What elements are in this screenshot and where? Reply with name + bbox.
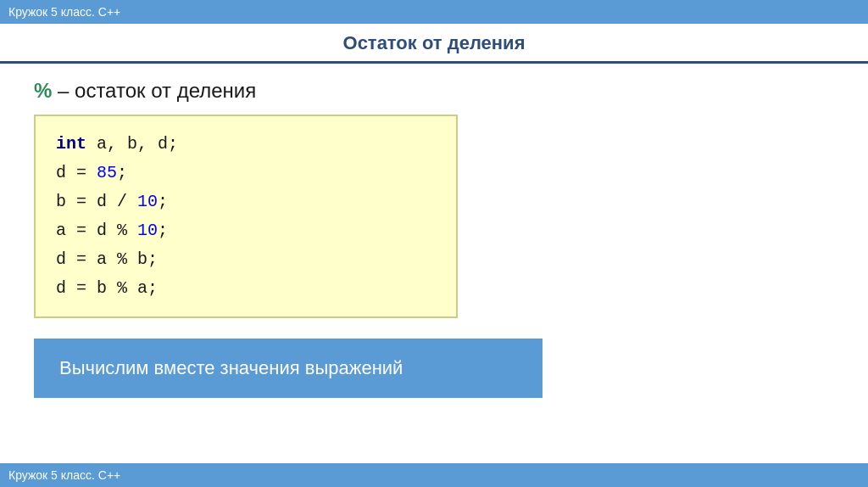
slide-body: % – остаток от деления int a, b, d; d = … xyxy=(0,64,868,406)
code-line-2-pre: d = xyxy=(56,163,97,182)
percent-symbol: % xyxy=(34,79,52,102)
code-line-6: d = b % a; xyxy=(56,274,436,303)
bottom-bar-label: Кружок 5 класс. С++ xyxy=(8,468,120,482)
top-bar-label: Кружок 5 класс. С++ xyxy=(8,5,120,19)
subtitle-text: % – остаток от деления xyxy=(34,79,834,103)
code-line-4-post: ; xyxy=(158,221,168,240)
code-line-3-post: ; xyxy=(158,192,168,211)
code-line-3-num: 10 xyxy=(137,192,158,211)
code-line-2-num: 85 xyxy=(97,163,117,182)
main-content: Остаток от деления % – остаток от делени… xyxy=(0,24,868,463)
bottom-bar: Кружок 5 класс. С++ xyxy=(0,463,868,487)
code-block: int a, b, d; d = 85; b = d / 10; a = d %… xyxy=(34,115,458,318)
code-line-3-pre: b = d / xyxy=(56,192,137,211)
blue-box-text: Вычислим вместе значения выражений xyxy=(59,357,403,378)
keyword-int: int xyxy=(56,134,86,154)
code-line-5: d = a % b; xyxy=(56,245,436,274)
slide-title: Остаток от деления xyxy=(343,32,526,53)
code-line-4: a = d % 10; xyxy=(56,216,436,245)
code-line-2-post: ; xyxy=(117,163,127,182)
code-line-2: d = 85; xyxy=(56,159,436,188)
code-line-1: int a, b, d; xyxy=(56,130,436,159)
code-line-4-pre: a = d % xyxy=(56,221,137,240)
top-bar: Кружок 5 класс. С++ xyxy=(0,0,868,24)
subtitle-rest: – остаток от деления xyxy=(58,79,256,102)
blue-box: Вычислим вместе значения выражений xyxy=(34,339,542,398)
code-line-4-num: 10 xyxy=(137,221,158,240)
code-line-3: b = d / 10; xyxy=(56,188,436,216)
slide-title-bar: Остаток от деления xyxy=(0,24,868,64)
code-line-1-rest: a, b, d; xyxy=(97,134,178,154)
